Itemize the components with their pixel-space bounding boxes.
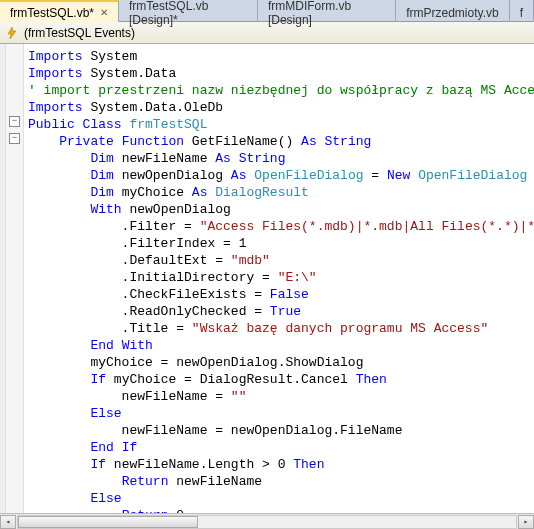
scroll-left-button[interactable]: ◂ — [0, 515, 16, 529]
code-line: End With — [28, 337, 534, 354]
code-line: .CheckFileExists = False — [28, 286, 534, 303]
horizontal-scrollbar[interactable]: ◂ ▸ — [0, 513, 534, 529]
code-line: If newFileName.Length > 0 Then — [28, 456, 534, 473]
code-line: If myChoice = DialogResult.Cancel Then — [28, 371, 534, 388]
tab-label: frmPrzedmioty.vb — [406, 6, 498, 20]
tab-label: frmTestSQL.vb* — [10, 6, 94, 20]
code-line: .Title = "Wskaż bazę danych programu MS … — [28, 320, 534, 337]
code-line: With newOpenDialog — [28, 201, 534, 218]
dropdown-text: (frmTestSQL Events) — [24, 26, 530, 40]
code-line: Imports System — [28, 48, 534, 65]
code-line: Imports System.Data.OleDb — [28, 99, 534, 116]
scroll-track[interactable] — [17, 515, 517, 529]
code-line: newFileName = "" — [28, 388, 534, 405]
code-content[interactable]: Imports SystemImports System.Data' impor… — [24, 44, 534, 513]
tab-bar: frmTestSQL.vb*✕frmTestSQL.vb [Design]*fr… — [0, 0, 534, 22]
fold-gutter: − − — [6, 44, 24, 513]
tab[interactable]: frmTestSQL.vb*✕ — [0, 0, 119, 22]
code-line: Imports System.Data — [28, 65, 534, 82]
tab-label: f — [520, 6, 523, 20]
scroll-thumb[interactable] — [18, 516, 198, 528]
lightning-icon — [4, 25, 20, 41]
code-line: .ReadOnlyChecked = True — [28, 303, 534, 320]
code-line: .FilterIndex = 1 — [28, 235, 534, 252]
code-line: Public Class frmTestSQL — [28, 116, 534, 133]
code-line: .InitialDirectory = "E:\" — [28, 269, 534, 286]
code-line: ' import przestrzeni nazw niezbędnej do … — [28, 82, 534, 99]
code-line: Dim newOpenDialog As OpenFileDialog = Ne… — [28, 167, 534, 184]
tab-label: frmTestSQL.vb [Design]* — [129, 0, 247, 27]
tab[interactable]: f — [510, 0, 534, 22]
code-line: Dim myChoice As DialogResult — [28, 184, 534, 201]
tab[interactable]: frmPrzedmioty.vb — [396, 0, 509, 22]
code-line: End If — [28, 439, 534, 456]
code-line: newFileName = newOpenDialog.FileName — [28, 422, 534, 439]
tab-label: frmMDIForm.vb [Design] — [268, 0, 385, 27]
code-editor[interactable]: − − Imports SystemImports System.Data' i… — [0, 44, 534, 513]
fold-toggle[interactable]: − — [9, 133, 20, 144]
close-icon[interactable]: ✕ — [100, 7, 108, 18]
code-line: Private Function GetFileName() As String — [28, 133, 534, 150]
code-line: Return newFileName — [28, 473, 534, 490]
code-line: Dim newFileName As String — [28, 150, 534, 167]
code-line: .Filter = "Access Files(*.mdb)|*.mdb|All… — [28, 218, 534, 235]
scroll-right-button[interactable]: ▸ — [518, 515, 534, 529]
code-line: Else — [28, 405, 534, 422]
tab[interactable]: frmTestSQL.vb [Design]* — [119, 0, 258, 22]
code-line: Else — [28, 490, 534, 507]
code-line: Return 0 — [28, 507, 534, 513]
fold-toggle[interactable]: − — [9, 116, 20, 127]
tab[interactable]: frmMDIForm.vb [Design] — [258, 0, 396, 22]
code-line: .DefaultExt = "mdb" — [28, 252, 534, 269]
code-line: myChoice = newOpenDialog.ShowDialog — [28, 354, 534, 371]
svg-marker-0 — [8, 27, 16, 39]
